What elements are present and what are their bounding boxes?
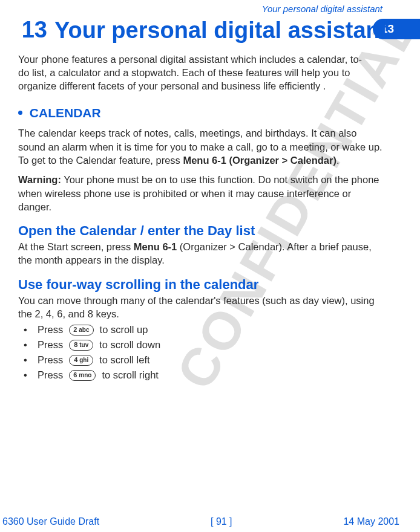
chapter-heading: 13 Your personal digital assistant xyxy=(18,18,399,44)
text-fragment: to scroll left xyxy=(99,354,149,366)
key-digit: 8 xyxy=(74,342,77,348)
open-calendar-paragraph: At the Start screen, press Menu 6-1 (Org… xyxy=(18,240,382,267)
phone-key-icon: 4ghi xyxy=(69,355,93,366)
text-fragment: to scroll up xyxy=(100,324,148,336)
list-item: • Press 8tuv to scroll down xyxy=(19,339,399,351)
menu-path-bold: Menu 6-1 (Organizer > Calendar) xyxy=(183,155,336,166)
page-content: Your personal digital assistant 13 Your … xyxy=(0,0,420,381)
key-letters: mno xyxy=(79,372,91,378)
text-fragment: Press xyxy=(38,339,63,351)
key-letters: ghi xyxy=(79,357,88,363)
chapter-number: 13 xyxy=(18,18,47,43)
text-fragment: Press xyxy=(38,369,63,381)
page-footer: 6360 User Guide Draft [ 91 ] 14 May 2001 xyxy=(0,516,420,527)
warning-label: Warning: xyxy=(18,174,61,185)
running-head: Your personal digital assistant xyxy=(18,4,399,14)
list-item: • Press 6mno to scroll right xyxy=(19,369,399,381)
footer-page-number: [ 91 ] xyxy=(211,516,232,527)
bullet-icon: • xyxy=(19,324,31,336)
section-heading-text: CALENDAR xyxy=(30,106,101,120)
bullet-icon xyxy=(18,111,22,115)
menu-path-bold: Menu 6-1 xyxy=(134,241,177,252)
scroll-intro-paragraph: You can move through many of the calenda… xyxy=(18,294,382,321)
phone-key-icon: 8tuv xyxy=(69,340,93,351)
text-fragment: to scroll down xyxy=(99,339,160,351)
phone-key-icon: 2abc xyxy=(69,325,93,336)
calendar-paragraph-1: The calendar keeps track of notes, calls… xyxy=(18,126,382,167)
key-letters: abc xyxy=(79,327,89,333)
calendar-warning: Warning: Your phone must be on to use th… xyxy=(18,173,382,213)
text-fragment: Press xyxy=(38,324,63,336)
bullet-icon: • xyxy=(19,339,31,351)
key-letters: tuv xyxy=(79,342,88,348)
footer-date: 14 May 2001 xyxy=(343,516,399,527)
footer-left: 6360 User Guide Draft xyxy=(2,516,99,527)
list-item: • Press 4ghi to scroll left xyxy=(19,354,399,366)
key-digit: 4 xyxy=(74,357,77,363)
bullet-icon: • xyxy=(19,369,31,381)
subheading-four-way-scroll: Use four-way scrolling in the calendar xyxy=(18,277,399,293)
text-fragment: Press xyxy=(38,354,63,366)
key-digit: 2 xyxy=(73,326,77,333)
scroll-key-list: • Press 2abc to scroll up • Press 8tuv t… xyxy=(19,324,399,381)
section-heading-calendar: CALENDAR xyxy=(18,106,399,120)
text-fragment: . xyxy=(336,155,340,166)
chapter-title: Your personal digital assistant xyxy=(54,18,399,44)
bullet-icon: • xyxy=(19,354,31,366)
warning-text: Your phone must be on to use this functi… xyxy=(18,174,379,212)
list-item: • Press 2abc to scroll up xyxy=(19,324,399,336)
intro-paragraph: Your phone features a personal digital a… xyxy=(18,53,363,93)
text-fragment: At the Start screen, press xyxy=(18,241,134,252)
phone-key-icon: 6mno xyxy=(69,370,96,381)
text-fragment: to scroll right xyxy=(102,369,159,381)
subheading-open-calendar: Open the Calendar / enter the Day list xyxy=(18,223,399,239)
key-digit: 6 xyxy=(73,372,77,378)
